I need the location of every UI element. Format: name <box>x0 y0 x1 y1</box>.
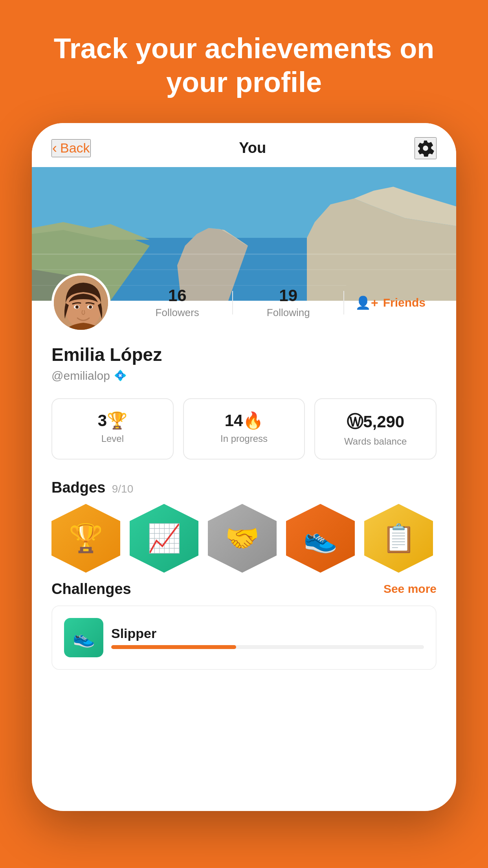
settings-button[interactable] <box>415 137 437 159</box>
badge-icon-2: 📈 <box>147 522 181 554</box>
badges-title-area: Badges 9/10 <box>51 479 133 496</box>
badge-item-3[interactable]: 🤝 <box>208 504 277 573</box>
challenge-name: Slipper <box>111 626 424 641</box>
in-progress-card: 14🔥 In progress <box>183 398 305 460</box>
challenge-icon-box: 👟 <box>64 618 103 657</box>
chevron-left-icon: ‹ <box>52 140 57 156</box>
challenges-header: Challenges See more <box>51 581 437 598</box>
badges-header: Badges 9/10 <box>32 467 456 504</box>
followers-stat[interactable]: 16 Followers <box>122 278 232 327</box>
page-title: You <box>239 140 266 156</box>
followers-count: 16 <box>126 286 228 305</box>
badge-item-2[interactable]: 📈 <box>130 504 198 573</box>
gear-icon <box>416 139 435 157</box>
badge-icon-5: 📋 <box>382 522 416 554</box>
friends-icon: 👤+ <box>355 295 378 310</box>
back-button[interactable]: ‹ Back <box>51 139 91 157</box>
handle-text: @emilialop <box>51 369 110 383</box>
back-label: Back <box>60 140 90 156</box>
friends-label: Friends <box>383 296 426 309</box>
badge-icon-4: 👟 <box>303 522 338 554</box>
wards-value: Ⓦ5,290 <box>323 411 428 433</box>
wards-card: Ⓦ5,290 Wards balance <box>314 398 437 460</box>
user-name: Emilia López <box>51 344 437 365</box>
badges-title: Badges <box>51 479 105 496</box>
in-progress-value: 14🔥 <box>192 411 297 430</box>
challenge-progress-fill <box>111 645 236 649</box>
badge-item-5[interactable]: 📋 <box>364 504 433 573</box>
add-friends-button[interactable]: 👤+ Friends <box>344 289 437 316</box>
badge-icon-1: 🏆 <box>69 522 103 554</box>
challenges-section: Challenges See more 👟 Slipper <box>32 581 456 670</box>
challenge-progress-bar <box>111 645 424 649</box>
level-card: 3🏆 Level <box>51 398 174 460</box>
level-label: Level <box>60 433 165 444</box>
following-count: 19 <box>237 286 339 305</box>
name-section: Emilia López @emilialop 💠 <box>32 332 456 390</box>
hero-title: Track your achievements on your profile <box>0 0 488 123</box>
challenge-info: Slipper <box>111 626 424 649</box>
profile-section: 16 Followers 19 Following 👤+ Friends <box>32 273 456 332</box>
svg-rect-10 <box>32 269 456 270</box>
followers-label: Followers <box>126 307 228 319</box>
wards-label: Wards balance <box>323 436 428 447</box>
svg-point-16 <box>75 305 79 309</box>
stats-area: 16 Followers 19 Following 👤+ Friends <box>122 278 437 327</box>
svg-rect-9 <box>32 254 456 255</box>
top-navigation: ‹ Back You <box>32 123 456 167</box>
following-stat[interactable]: 19 Following <box>233 278 343 327</box>
stats-cards-row: 3🏆 Level 14🔥 In progress Ⓦ5,290 Wards ba… <box>32 390 456 467</box>
in-progress-label: In progress <box>192 433 297 444</box>
following-label: Following <box>237 307 339 319</box>
level-value: 3🏆 <box>60 411 165 430</box>
badge-item-1[interactable]: 🏆 <box>51 504 120 573</box>
see-more-button[interactable]: See more <box>383 582 437 596</box>
badges-row: 🏆 📈 🤝 👟 📋 <box>32 504 456 581</box>
challenges-title: Challenges <box>51 581 131 598</box>
challenge-icon: 👟 <box>73 627 95 648</box>
verified-icon: 💠 <box>114 370 127 382</box>
badges-count: 9/10 <box>112 483 134 495</box>
badge-item-4[interactable]: 👟 <box>286 504 355 573</box>
badge-icon-3: 🤝 <box>225 522 259 554</box>
user-handle: @emilialop 💠 <box>51 369 437 383</box>
svg-point-17 <box>89 305 92 309</box>
challenge-item-slipper[interactable]: 👟 Slipper <box>51 605 437 670</box>
avatar <box>51 273 110 332</box>
phone-frame: ‹ Back You <box>32 123 456 811</box>
